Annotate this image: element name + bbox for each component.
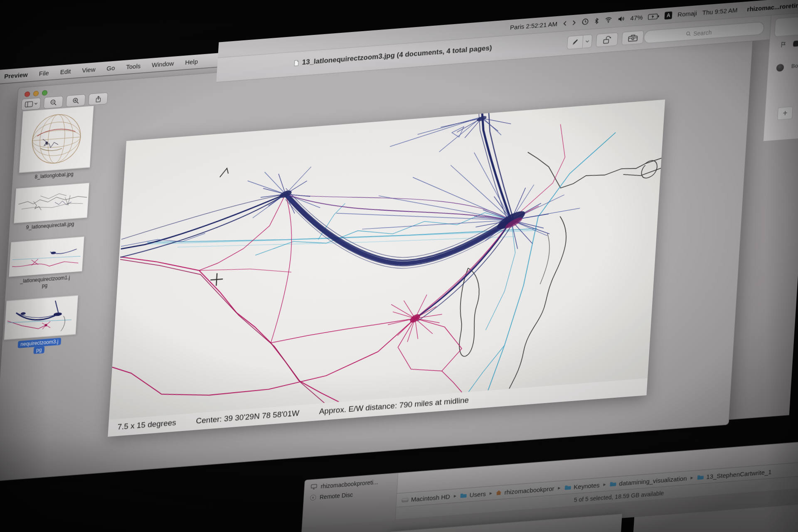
blue-fan-lines: [120, 109, 586, 268]
host-toolbar: [567, 30, 644, 49]
menu-file[interactable]: File: [39, 69, 49, 77]
menu-view[interactable]: View: [82, 66, 96, 74]
marker-pen-icon: [571, 38, 579, 47]
globe-wireframe-thumb: [19, 106, 94, 172]
magnifier-plus-icon: [72, 97, 79, 104]
volume-icon[interactable]: [618, 15, 625, 22]
disk-icon: [401, 497, 409, 502]
purple-arcs: [277, 177, 514, 329]
thumbnail-latlonequirectall[interactable]: 9_latlonequirectall.jpg: [12, 182, 91, 232]
caret-mark: [220, 168, 229, 177]
rotate-button[interactable]: [596, 32, 618, 47]
navy-bundles: [115, 108, 520, 344]
battery-icon[interactable]: [648, 13, 660, 20]
home-icon: [496, 490, 502, 495]
menu-help[interactable]: Help: [185, 58, 198, 66]
input-source-label[interactable]: Romaji: [677, 10, 697, 18]
image-canvas[interactable]: 7.5 x 15 degrees Center: 39 30'29N 78 58…: [108, 99, 665, 436]
menu-tools[interactable]: Tools: [126, 62, 141, 71]
record-circle-icon[interactable]: [776, 64, 784, 72]
folder-icon: [564, 484, 571, 490]
frontmost-window-title: rhizomac...roretina14: [747, 1, 798, 13]
zoom-out-button[interactable]: [44, 96, 64, 109]
path-item-macintosh-hd[interactable]: Macintosh HD: [401, 493, 451, 503]
magnifier-minus-icon: [49, 99, 57, 106]
path-separator: ▸: [489, 490, 492, 496]
host-search-field[interactable]: [643, 22, 764, 44]
zoom1-tracks-thumb: [9, 237, 84, 277]
zoom-window-button[interactable]: [42, 90, 48, 96]
add-button[interactable]: +: [777, 106, 793, 120]
search-input[interactable]: [693, 28, 723, 37]
world-tracks-thumb: [14, 183, 89, 223]
search-icon: [685, 31, 691, 37]
path-separator: ▸: [603, 481, 606, 488]
top-cluster-rays: [440, 116, 511, 140]
time-machine-icon[interactable]: [581, 18, 589, 25]
folder-icon: [460, 492, 468, 498]
markup-toolbox-button[interactable]: [621, 30, 644, 45]
folder-icon: [609, 481, 617, 487]
thumbnail-latlonequirectzoom3-selected[interactable]: nequirectzoom3.j pg: [2, 295, 80, 357]
menubar-clock[interactable]: Thu 9:52 AM: [702, 6, 738, 16]
wifi-icon[interactable]: [604, 17, 613, 24]
caption-size: 7.5 x 15 degrees: [117, 418, 177, 432]
path-separator: ▸: [690, 475, 693, 481]
window-controls: [25, 90, 48, 97]
coastline-paths: [455, 142, 663, 393]
path-separator: ▸: [558, 485, 561, 491]
photo-of-screen: Preview File Edit View Go Tools Window H…: [0, 0, 798, 532]
menu-window[interactable]: Window: [152, 60, 174, 69]
disc-icon: [310, 494, 317, 501]
input-source-icon[interactable]: A: [665, 11, 672, 20]
share-button[interactable]: [88, 92, 108, 106]
sidebar-view-icon: [25, 101, 33, 108]
thumbnail-latlonequirectzoom1[interactable]: _latlonequirectzoom1.j pg: [6, 236, 86, 292]
path-item-users[interactable]: Users: [460, 490, 486, 499]
world-clock[interactable]: Paris 2:52:21 AM: [510, 20, 558, 31]
path-item-stephencartwrite[interactable]: 13_StephenCartwrite_1: [697, 468, 772, 481]
chevron-down-icon: [34, 102, 37, 105]
path-separator: ▸: [454, 493, 457, 499]
crimson-tracks: [110, 243, 335, 420]
display-icon: [310, 483, 318, 490]
chevron-down-icon: [585, 40, 589, 43]
sidebar-view-button[interactable]: [21, 98, 41, 111]
screen-scene: Preview File Edit View Go Tools Window H…: [0, 0, 798, 532]
markup-button[interactable]: [567, 34, 593, 49]
folder-icon: [697, 474, 704, 480]
battery-percent: 47%: [630, 14, 643, 22]
ink-blob-icon: [793, 40, 798, 47]
flight-track-map: [109, 99, 665, 419]
close-button[interactable]: [25, 91, 30, 97]
document-icon: [293, 59, 299, 66]
zoom3-tracks-thumb: [4, 296, 78, 340]
bluetooth-icon[interactable]: [594, 17, 599, 24]
menu-edit[interactable]: Edit: [60, 68, 71, 76]
path-item-keynotes[interactable]: Keynotes: [564, 481, 600, 491]
daito-button[interactable]: daito: [774, 14, 798, 37]
zoom-in-button[interactable]: [66, 94, 86, 107]
chevron-right-icon[interactable]: [572, 20, 577, 26]
rotate-icon: [602, 35, 612, 44]
toolbox-icon: [627, 33, 638, 42]
bookmarks-label[interactable]: Bookm: [791, 62, 798, 69]
flag-icon: [780, 41, 787, 48]
preview-window: 8_latlonglobal.jpg 9_latlonequirectall.j…: [0, 31, 754, 482]
share-icon: [95, 95, 101, 103]
menu-preview[interactable]: Preview: [4, 71, 28, 80]
right-panel-icons: [780, 40, 798, 48]
minimize-button[interactable]: [33, 91, 39, 96]
chevron-left-icon[interactable]: [563, 20, 567, 26]
thumbnail-latlonglobal[interactable]: 8_latlonglobal.jpg: [17, 106, 96, 182]
menu-go[interactable]: Go: [106, 64, 115, 72]
path-item-home[interactable]: rhizomacbookpror: [495, 485, 554, 496]
